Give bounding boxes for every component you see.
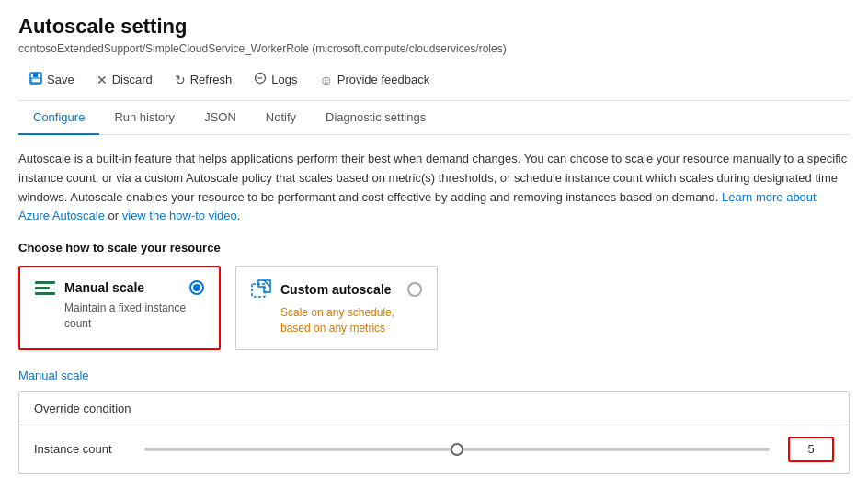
manual-scale-desc: Maintain a fixed instance count (64, 301, 204, 332)
instance-count-input[interactable] (788, 437, 834, 462)
custom-autoscale-card-header: Custom autoscale (251, 279, 422, 300)
svg-point-5 (257, 77, 258, 79)
tab-configure[interactable]: Configure (18, 101, 99, 135)
logs-label: Logs (271, 73, 297, 86)
save-label: Save (47, 73, 74, 86)
custom-autoscale-radio[interactable] (407, 282, 422, 297)
condition-box: Override condition Instance count (18, 391, 850, 474)
custom-autoscale-card[interactable]: Custom autoscale Scale on any schedule, … (235, 266, 438, 350)
svg-rect-2 (31, 78, 40, 83)
refresh-label: Refresh (190, 73, 233, 86)
manual-scale-card-header: Manual scale (35, 280, 204, 295)
custom-autoscale-icon (251, 279, 271, 300)
save-icon (29, 72, 42, 87)
tab-diagnostic-settings[interactable]: Diagnostic settings (311, 101, 440, 135)
discard-label: Discard (112, 73, 153, 86)
manual-scale-radio[interactable] (189, 280, 204, 295)
link-connector: or (108, 209, 122, 222)
manual-scale-title: Manual scale (64, 280, 144, 295)
logs-icon (254, 72, 267, 87)
toolbar: Save ✕ Discard ↻ Refresh Logs ☺ Provide … (18, 66, 850, 101)
condition-header: Override condition (19, 392, 849, 425)
instance-count-label: Instance count (34, 442, 126, 456)
custom-autoscale-title: Custom autoscale (280, 282, 392, 297)
tab-notify[interactable]: Notify (251, 101, 311, 135)
scale-options: Manual scale Maintain a fixed instance c… (18, 266, 850, 350)
feedback-icon: ☺ (319, 73, 332, 87)
discard-button[interactable]: ✕ Discard (86, 67, 164, 93)
refresh-icon: ↻ (175, 73, 186, 87)
save-button[interactable]: Save (18, 66, 86, 93)
instance-count-slider[interactable] (144, 448, 770, 451)
slider-container (144, 448, 770, 451)
manual-scale-section-label: Manual scale (18, 369, 850, 382)
page-title: Autoscale setting (18, 15, 850, 39)
tab-json[interactable]: JSON (189, 101, 251, 135)
manual-scale-title-row: Manual scale (35, 280, 144, 295)
how-to-video-link[interactable]: view the how-to video (122, 209, 237, 222)
custom-autoscale-title-row: Custom autoscale (251, 279, 392, 300)
manual-scale-card[interactable]: Manual scale Maintain a fixed instance c… (18, 266, 221, 350)
scale-section-title: Choose how to scale your resource (18, 241, 850, 255)
breadcrumb: contosoExtendedSupport/SimpleCloudServic… (18, 42, 850, 55)
description-text: Autoscale is a built-in feature that hel… (18, 150, 850, 226)
feedback-button[interactable]: ☺ Provide feedback (308, 67, 440, 93)
logs-button[interactable]: Logs (243, 66, 308, 93)
tabs: Configure Run history JSON Notify Diagno… (18, 101, 850, 135)
condition-body: Instance count (19, 425, 849, 473)
custom-autoscale-desc: Scale on any schedule, based on any metr… (280, 305, 422, 336)
feedback-label: Provide feedback (337, 73, 429, 86)
discard-icon: ✕ (97, 73, 108, 87)
tab-run-history[interactable]: Run history (99, 101, 189, 135)
manual-scale-icon (35, 281, 55, 295)
refresh-button[interactable]: ↻ Refresh (164, 67, 244, 93)
svg-rect-1 (33, 73, 38, 77)
